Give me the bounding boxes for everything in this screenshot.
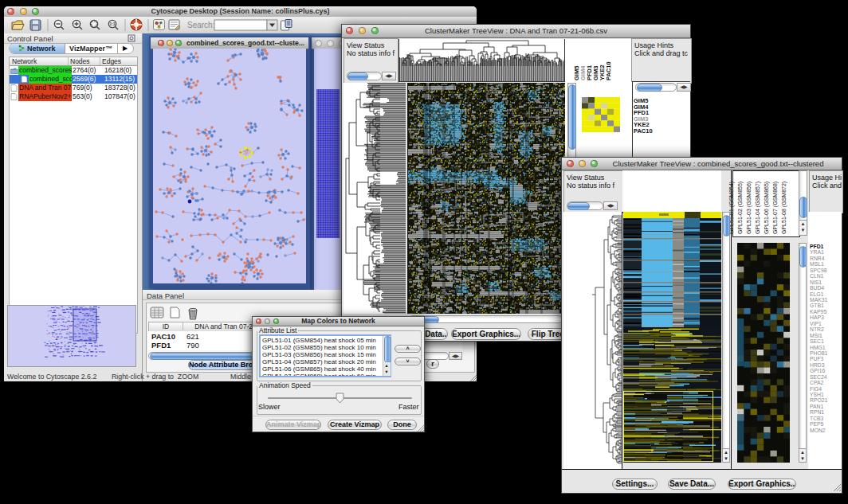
svg-text:Search:: Search: bbox=[187, 21, 214, 29]
svg-text:1:1: 1:1 bbox=[109, 21, 115, 26]
